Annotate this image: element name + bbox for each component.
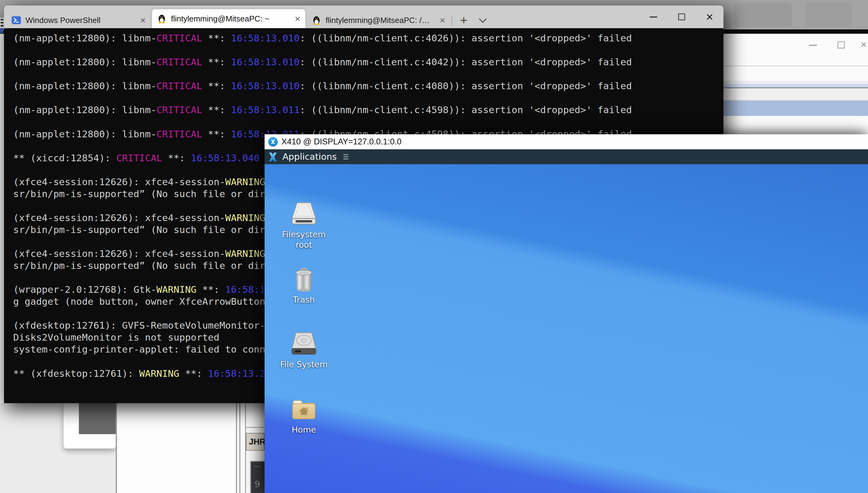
terminal-line: g gadget (node button, owner XfceArrowBu… xyxy=(13,296,271,307)
terminal-line: ** (xfdesktop:12761): WARNING **: 16:58:… xyxy=(13,368,265,380)
terminal-line: sr/bin/pm-is-supported” (No such file or… xyxy=(13,260,305,272)
x410-app-icon xyxy=(268,137,278,147)
left-edge-blue-mark xyxy=(0,28,3,33)
background-ghost-shape xyxy=(733,2,792,27)
terminal-line: (xfce4-session:12626): xfce4-session-WAR… xyxy=(13,248,294,260)
home-folder-icon xyxy=(290,396,317,422)
terminal-line: ** (xiccd:12854): CRITICAL **: 16:58:13.… xyxy=(13,152,260,164)
tab-wsl-mnt[interactable]: flintylemming@MitseaPC: /mnt, × xyxy=(307,12,450,28)
x410-window-title: X410 @ DISPLAY=127.0.0.1:0.0 xyxy=(281,137,402,147)
tab-close-icon[interactable]: × xyxy=(295,14,301,24)
jhr-box[interactable]: JHR xyxy=(246,433,265,451)
applications-menu[interactable]: Applications xyxy=(282,151,337,162)
tab-title: flintylemming@MitseaPC: /mnt, xyxy=(326,16,435,25)
left-edge-glyph xyxy=(1,22,3,23)
tab-title: Windows PowerShell xyxy=(25,16,136,25)
new-tab-dropdown-button[interactable] xyxy=(475,12,491,28)
desktop-icon-label: Filesystem root xyxy=(278,229,330,250)
xfce-desktop[interactable]: Filesystem root Trash xyxy=(265,164,868,493)
terminal-maximize-button[interactable] xyxy=(672,5,691,28)
desktop-icon-file-system[interactable]: File System xyxy=(278,331,330,370)
hard-disk-icon xyxy=(290,331,317,357)
terminal-line: (nm-applet:12800): libnm-CRITICAL **: 16… xyxy=(13,104,632,116)
desktop-icon-filesystem-root[interactable]: Filesystem root xyxy=(278,201,330,250)
background-close-icon[interactable]: × xyxy=(861,38,868,50)
xfce-panel: Applications xyxy=(265,149,868,164)
background-minimize-icon[interactable] xyxy=(809,45,817,46)
terminal-line: sr/bin/pm-is-supported” (No such file or… xyxy=(13,224,305,236)
terminal-minimize-button[interactable] xyxy=(644,5,663,28)
new-tab-button[interactable]: + xyxy=(455,12,472,28)
desktop-icon-label: Trash xyxy=(278,295,330,305)
background-pane-divider xyxy=(239,403,240,493)
left-edge-glyph xyxy=(1,25,3,26)
background-toolbar-band xyxy=(723,88,868,100)
maximize-icon xyxy=(678,14,685,20)
background-divider xyxy=(723,66,868,66)
terminal-line: (wrapper-2.0:12768): Gtk-WARNING **: 16:… xyxy=(13,284,282,296)
background-selected-row xyxy=(723,101,868,116)
terminal-close-button[interactable]: × xyxy=(701,5,719,28)
tab-title: flintylemming@MitseaPC: ~ xyxy=(171,14,290,24)
minimize-icon xyxy=(650,17,657,18)
terminal-line: sr/bin/pm-is-supported” (No such file or… xyxy=(13,188,305,200)
x410-window: X410 @ DISPLAY=127.0.0.1:0.0 Application… xyxy=(265,134,868,493)
background-content-pane xyxy=(117,403,236,493)
terminal-line: (xfce4-session:12626): xfce4-session-WAR… xyxy=(13,176,294,188)
background-image-placeholder xyxy=(79,403,116,434)
terminal-line: (nm-applet:12800): libnm-CRITICAL **: 16… xyxy=(13,32,632,44)
thumbnail-text-line xyxy=(254,466,260,467)
terminal-line: (xfce4-session:12626): xfce4-session-WAR… xyxy=(13,212,294,224)
background-maximize-icon[interactable] xyxy=(837,41,845,48)
tab-windows-powershell[interactable]: Windows PowerShell × xyxy=(6,12,151,28)
thumbnail-page-number: 9 xyxy=(255,479,260,489)
tab-close-icon[interactable]: × xyxy=(440,15,445,25)
tux-icon xyxy=(311,15,321,25)
terminal-line: (nm-applet:12800): libnm-CRITICAL **: 16… xyxy=(13,56,632,68)
terminal-line: system-config-printer-applet: failed to … xyxy=(13,343,282,355)
page-thumbnail[interactable]: 9 xyxy=(250,461,265,493)
powershell-icon xyxy=(12,15,21,25)
desktop-icon-label: File System xyxy=(278,359,330,370)
left-edge-glyph xyxy=(1,19,3,20)
tab-bar-divider xyxy=(451,17,452,26)
terminal-tab-bar: Windows PowerShell × flintylemming@Mitse… xyxy=(4,5,723,28)
x410-menu-logo-icon xyxy=(268,152,278,162)
terminal-line: (nm-applet:12800): libnm-CRITICAL **: 16… xyxy=(13,80,632,92)
desktop-icon-trash[interactable]: Trash xyxy=(278,266,330,305)
screen: × JHR 9 Windows PowerShell × xyxy=(0,0,868,493)
chevron-down-icon xyxy=(479,15,486,23)
trash-icon xyxy=(290,266,317,292)
desktop-icon-label: Home xyxy=(278,425,330,435)
terminal-line: (xfdesktop:12761): GVFS-RemoteVolumeMoni… xyxy=(13,320,265,331)
terminal-line: Disks2VolumeMonitor is not supported xyxy=(13,331,219,343)
panel-handle-icon[interactable] xyxy=(343,154,348,159)
background-pane-divider xyxy=(236,403,237,493)
tab-wsl-home[interactable]: flintylemming@MitseaPC: ~ × xyxy=(152,9,305,28)
tab-close-icon[interactable]: × xyxy=(140,15,146,25)
removable-drive-icon xyxy=(290,201,317,227)
tux-icon xyxy=(157,14,167,24)
x410-title-bar[interactable]: X410 @ DISPLAY=127.0.0.1:0.0 xyxy=(265,134,868,149)
background-ghost-shape xyxy=(806,2,852,27)
desktop-icon-home[interactable]: Home xyxy=(278,396,330,435)
background-divider xyxy=(246,427,265,428)
background-toolbar-band xyxy=(723,84,868,87)
background-toolbar-band xyxy=(723,81,868,84)
